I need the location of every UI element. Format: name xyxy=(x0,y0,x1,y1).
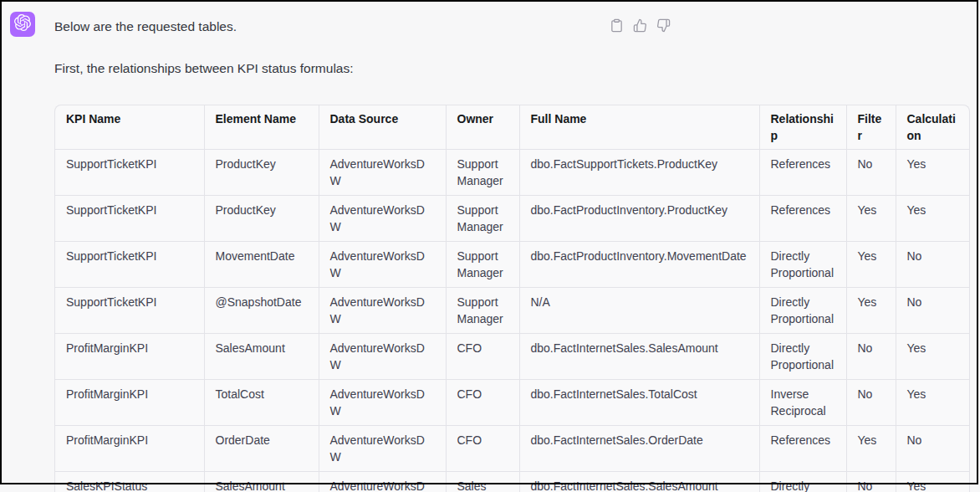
table-row: SalesKPIStatusSalesAmountAdventureWorksD… xyxy=(55,472,970,492)
table-cell: References xyxy=(759,150,846,196)
table-cell: AdventureWorksDW xyxy=(319,380,446,426)
table-cell: No xyxy=(896,426,970,472)
table-cell: No xyxy=(846,472,896,492)
table-cell: Yes xyxy=(896,334,970,380)
table-cell: AdventureWorksDW xyxy=(319,426,446,472)
table-cell: dbo.FactInternetSales.TotalCost xyxy=(519,380,759,426)
table-header-cell: KPI Name xyxy=(55,105,204,150)
table-row: SupportTicketKPIProductKeyAdventureWorks… xyxy=(55,196,970,242)
table-cell: Directly Proportional xyxy=(759,334,846,380)
table-cell: Support Manager xyxy=(446,196,519,242)
table-cell: ProfitMarginKPI xyxy=(55,334,204,380)
table-cell: AdventureWorksDW xyxy=(319,288,446,334)
table-cell: Support Manager xyxy=(446,288,519,334)
table-header-cell: Data Source xyxy=(319,105,446,150)
table-cell: Yes xyxy=(896,150,970,196)
table-row: SupportTicketKPI@SnapshotDateAdventureWo… xyxy=(55,288,970,334)
table-cell: No xyxy=(896,288,970,334)
thumbs-down-icon xyxy=(656,18,671,33)
table-cell: AdventureWorksDW xyxy=(319,334,446,380)
table-cell: SupportTicketKPI xyxy=(55,196,204,242)
chat-assistant-message: Below are the requested tables. xyxy=(0,0,980,492)
table-cell: AdventureWorksDW xyxy=(319,150,446,196)
assistant-avatar xyxy=(10,12,35,37)
table-cell: AdventureWorksDW xyxy=(319,196,446,242)
table-cell: Yes xyxy=(896,380,970,426)
table-header-cell: Full Name xyxy=(519,105,759,150)
table-cell: OrderDate xyxy=(204,426,319,472)
table-row: SupportTicketKPIProductKeyAdventureWorks… xyxy=(55,150,970,196)
table-cell: MovementDate xyxy=(204,242,319,288)
table-header-cell: Filter xyxy=(846,105,896,150)
table-cell: ProfitMarginKPI xyxy=(55,380,204,426)
table-cell: TotalCost xyxy=(204,380,319,426)
thumbs-up-icon xyxy=(633,18,647,33)
table-cell: Yes xyxy=(846,288,896,334)
table-cell: dbo.FactSupportTickets.ProductKey xyxy=(519,150,759,196)
table-cell: AdventureWorksDW xyxy=(319,472,446,492)
table-cell: SalesAmount xyxy=(204,472,319,492)
message-subtitle: First, the relationships between KPI sta… xyxy=(54,59,354,78)
table-cell: Directly Proportional xyxy=(759,242,846,288)
table-header-cell: Relationship xyxy=(759,105,846,150)
copy-button[interactable] xyxy=(610,18,624,33)
table-cell: No xyxy=(846,380,896,426)
openai-logo-icon xyxy=(14,14,31,34)
message-intro: Below are the requested tables. xyxy=(54,18,237,36)
table-header-cell: Owner xyxy=(446,105,519,150)
table-cell: CFO xyxy=(446,334,519,380)
table-row: SupportTicketKPIMovementDateAdventureWor… xyxy=(55,242,970,288)
table-cell: dbo.FactInternetSales.SalesAmount xyxy=(519,472,759,492)
table-cell: dbo.FactProductInventory.MovementDate xyxy=(519,242,759,288)
table-cell: Yes xyxy=(846,196,896,242)
table-header-cell: Calculation xyxy=(896,105,970,150)
table-row: ProfitMarginKPISalesAmountAdventureWorks… xyxy=(55,334,970,380)
table-cell: Yes xyxy=(896,196,970,242)
table-cell: CFO xyxy=(446,380,519,426)
table-row: ProfitMarginKPITotalCostAdventureWorksDW… xyxy=(55,380,970,426)
table-cell: ProfitMarginKPI xyxy=(55,426,204,472)
table-cell: No xyxy=(846,334,896,380)
table-cell: @SnapshotDate xyxy=(204,288,319,334)
table-cell: dbo.FactInternetSales.OrderDate xyxy=(519,426,759,472)
kpi-relationships-table: KPI NameElement NameData SourceOwnerFull… xyxy=(54,105,970,492)
table-cell: SupportTicketKPI xyxy=(55,242,204,288)
table-cell: Yes xyxy=(896,472,970,492)
message-actions xyxy=(610,18,671,33)
table-cell: SalesKPIStatus xyxy=(55,472,204,492)
table-cell: CFO xyxy=(446,426,519,472)
table-cell: Support Manager xyxy=(446,242,519,288)
table-cell: ProductKey xyxy=(204,150,319,196)
table-cell: No xyxy=(846,150,896,196)
clipboard-icon xyxy=(610,18,624,33)
table-cell: AdventureWorksDW xyxy=(319,242,446,288)
thumbs-down-button[interactable] xyxy=(656,18,671,33)
table-cell: Inverse Reciprocal xyxy=(759,380,846,426)
table-body: SupportTicketKPIProductKeyAdventureWorks… xyxy=(55,150,970,492)
table-cell: ProductKey xyxy=(204,196,319,242)
table-cell: No xyxy=(896,242,970,288)
table-cell: Yes xyxy=(846,426,896,472)
table-cell: dbo.FactProductInventory.ProductKey xyxy=(519,196,759,242)
table-cell: N/A xyxy=(519,288,759,334)
table-cell: dbo.FactInternetSales.SalesAmount xyxy=(519,334,759,380)
data-table: KPI NameElement NameData SourceOwnerFull… xyxy=(55,105,970,492)
table-cell: References xyxy=(759,426,846,472)
table-cell: References xyxy=(759,196,846,242)
table-cell: SupportTicketKPI xyxy=(55,288,204,334)
table-header-row: KPI NameElement NameData SourceOwnerFull… xyxy=(55,105,970,150)
table-cell: Sales Manager xyxy=(446,472,519,492)
table-cell: Directly Proportional xyxy=(759,288,846,334)
table-row: ProfitMarginKPIOrderDateAdventureWorksDW… xyxy=(55,426,970,472)
table-cell: Directly Proportional xyxy=(759,472,846,492)
table-cell: SalesAmount xyxy=(204,334,319,380)
table-cell: Yes xyxy=(846,242,896,288)
table-cell: Support Manager xyxy=(446,150,519,196)
thumbs-up-button[interactable] xyxy=(633,18,647,33)
table-header-cell: Element Name xyxy=(204,105,319,150)
table-cell: SupportTicketKPI xyxy=(55,150,204,196)
